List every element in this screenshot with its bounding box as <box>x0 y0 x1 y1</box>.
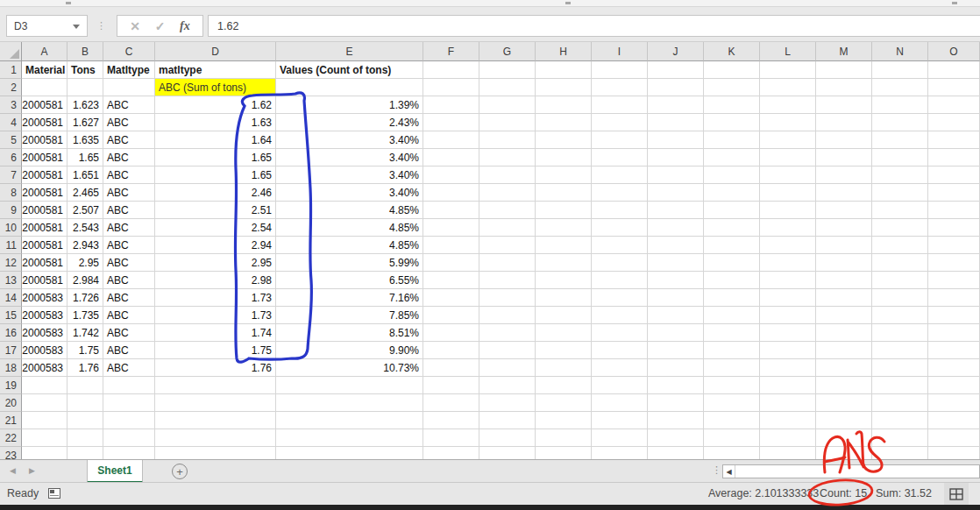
insert-function-icon[interactable]: fx <box>180 19 190 33</box>
cell-K12[interactable] <box>704 254 760 272</box>
cell-I6[interactable] <box>592 149 648 166</box>
cell-G2[interactable] <box>479 79 536 96</box>
cell-I7[interactable] <box>592 166 648 184</box>
cell-A14[interactable]: 2000583 <box>22 289 67 307</box>
cell-E20[interactable] <box>276 394 423 412</box>
cell-D21[interactable] <box>155 412 276 429</box>
cell-G21[interactable] <box>479 412 536 429</box>
cell-C21[interactable] <box>103 412 155 429</box>
cell-N6[interactable] <box>872 149 928 166</box>
cell-O17[interactable] <box>928 342 980 359</box>
cell-C2[interactable] <box>103 79 155 96</box>
row-header-16[interactable]: 16 <box>0 324 22 342</box>
cell-I4[interactable] <box>592 114 648 131</box>
cell-E4[interactable]: 2.43% <box>276 114 423 131</box>
cell-H12[interactable] <box>536 254 592 272</box>
cell-G3[interactable] <box>479 96 536 114</box>
cell-C11[interactable]: ABC <box>103 237 155 254</box>
cell-D13[interactable]: 2.98 <box>155 272 276 289</box>
cell-C7[interactable]: ABC <box>103 166 155 184</box>
column-header-N[interactable]: N <box>872 42 928 61</box>
cell-D1[interactable]: matltype <box>155 61 276 79</box>
cell-A7[interactable]: 2000581 <box>22 166 67 184</box>
cell-F5[interactable] <box>423 131 479 149</box>
name-box[interactable]: D3 <box>6 15 88 37</box>
cell-D12[interactable]: 2.95 <box>155 254 276 272</box>
cell-A13[interactable]: 2000581 <box>22 272 67 289</box>
column-header-E[interactable]: E <box>276 42 423 61</box>
column-header-D[interactable]: D <box>155 42 276 61</box>
cell-G6[interactable] <box>479 149 536 166</box>
cell-O19[interactable] <box>928 377 980 394</box>
cell-I3[interactable] <box>592 96 648 114</box>
cell-F12[interactable] <box>423 254 479 272</box>
cell-I21[interactable] <box>592 412 648 429</box>
cell-G22[interactable] <box>479 429 536 447</box>
cell-F13[interactable] <box>423 272 479 289</box>
cell-B4[interactable]: 1.627 <box>67 114 103 131</box>
column-header-G[interactable]: G <box>479 42 536 61</box>
cell-B11[interactable]: 2.943 <box>67 237 103 254</box>
cell-N11[interactable] <box>872 237 928 254</box>
cell-O11[interactable] <box>928 237 980 254</box>
cell-L21[interactable] <box>760 412 816 429</box>
cell-O5[interactable] <box>928 131 980 149</box>
cell-G17[interactable] <box>479 342 536 359</box>
cell-A20[interactable] <box>22 394 67 412</box>
cell-D17[interactable]: 1.75 <box>155 342 276 359</box>
cell-C16[interactable]: ABC <box>103 324 155 342</box>
cancel-icon[interactable]: ✕ <box>130 19 140 33</box>
cell-K19[interactable] <box>704 377 760 394</box>
cell-K10[interactable] <box>704 219 760 237</box>
cell-G14[interactable] <box>479 289 536 307</box>
cell-N2[interactable] <box>872 79 928 96</box>
cell-B21[interactable] <box>67 412 103 429</box>
cell-A17[interactable]: 2000583 <box>22 342 67 359</box>
cell-G12[interactable] <box>479 254 536 272</box>
normal-view-button[interactable] <box>944 483 969 505</box>
cell-E17[interactable]: 9.90% <box>276 342 423 359</box>
cell-J12[interactable] <box>648 254 704 272</box>
cell-O6[interactable] <box>928 149 980 166</box>
cell-N10[interactable] <box>872 219 928 237</box>
cell-D22[interactable] <box>155 429 276 447</box>
cell-N3[interactable] <box>872 96 928 114</box>
column-header-H[interactable]: H <box>536 42 592 61</box>
cell-F14[interactable] <box>423 289 479 307</box>
cell-J9[interactable] <box>648 202 704 219</box>
cell-K4[interactable] <box>704 114 760 131</box>
cell-K7[interactable] <box>704 166 760 184</box>
cell-N17[interactable] <box>872 342 928 359</box>
cell-G5[interactable] <box>479 131 536 149</box>
cell-O3[interactable] <box>928 96 980 114</box>
cell-I22[interactable] <box>592 429 648 447</box>
cell-O2[interactable] <box>928 79 980 96</box>
cell-K22[interactable] <box>704 429 760 447</box>
cell-I8[interactable] <box>592 184 648 202</box>
cell-J11[interactable] <box>648 237 704 254</box>
cell-L20[interactable] <box>760 394 816 412</box>
row-header-9[interactable]: 9 <box>0 202 22 219</box>
sheet-nav-right-icon[interactable]: ▶ <box>29 466 35 475</box>
cell-E15[interactable]: 7.85% <box>276 307 423 324</box>
cell-M8[interactable] <box>816 184 872 202</box>
cell-L5[interactable] <box>760 131 816 149</box>
cell-C13[interactable]: ABC <box>103 272 155 289</box>
cell-G7[interactable] <box>479 166 536 184</box>
cell-O12[interactable] <box>928 254 980 272</box>
cell-N7[interactable] <box>872 166 928 184</box>
cell-K6[interactable] <box>704 149 760 166</box>
cell-H6[interactable] <box>536 149 592 166</box>
cell-D19[interactable] <box>155 377 276 394</box>
cell-F21[interactable] <box>423 412 479 429</box>
cell-L17[interactable] <box>760 342 816 359</box>
cell-J7[interactable] <box>648 166 704 184</box>
cell-D2[interactable]: ABC (Sum of tons) <box>155 79 276 96</box>
cell-C12[interactable]: ABC <box>103 254 155 272</box>
cell-O13[interactable] <box>928 272 980 289</box>
cell-D23[interactable] <box>155 447 276 459</box>
cell-K8[interactable] <box>704 184 760 202</box>
row-header-10[interactable]: 10 <box>0 219 22 237</box>
cell-M3[interactable] <box>816 96 872 114</box>
cell-J4[interactable] <box>648 114 704 131</box>
